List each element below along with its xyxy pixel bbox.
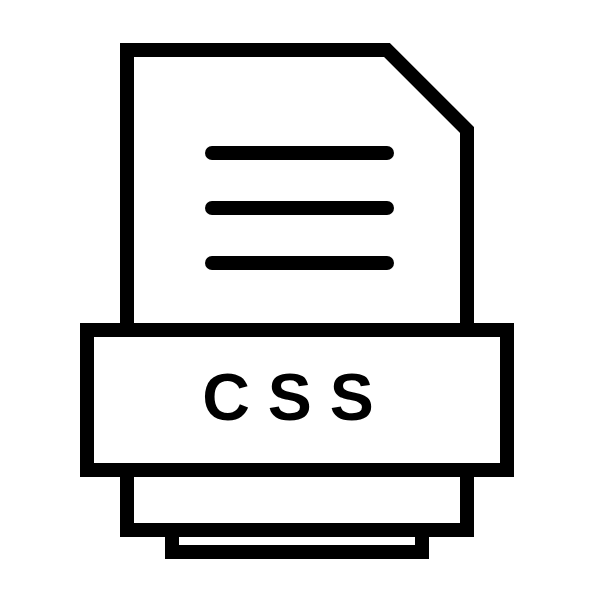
- css-file-svg: CSS: [57, 40, 537, 560]
- file-type-label: CSS: [202, 360, 392, 434]
- css-file-icon: CSS: [47, 40, 547, 560]
- svg-rect-0: [172, 530, 422, 552]
